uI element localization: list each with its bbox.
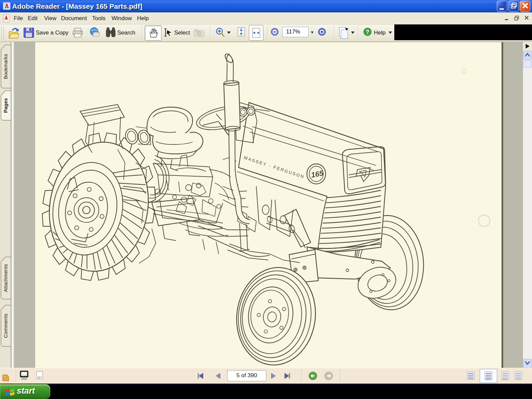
svg-text:Bookmarks: Bookmarks: [3, 54, 8, 79]
svg-text:Comments: Comments: [3, 314, 8, 338]
svg-text:Pages: Pages: [3, 98, 8, 113]
svg-text:Attachments: Attachments: [3, 264, 8, 292]
svg-text:?: ?: [366, 29, 369, 35]
